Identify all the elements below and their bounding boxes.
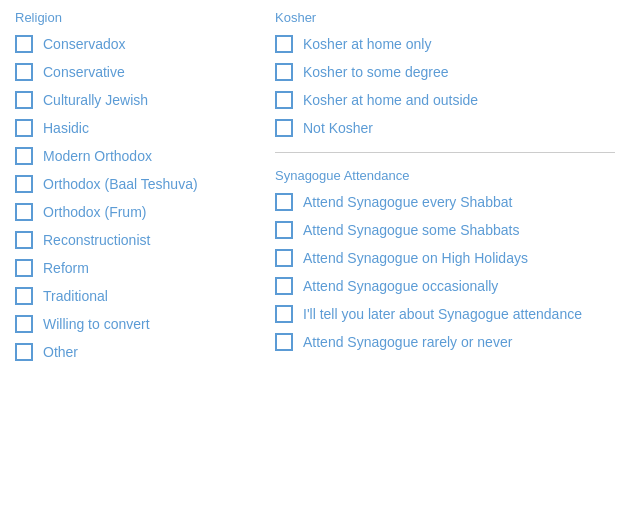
synagogue-label-1[interactable]: Attend Synagogue some Shabbats bbox=[303, 222, 519, 238]
list-item: Attend Synagogue on High Holidays bbox=[275, 249, 615, 267]
list-item: Other bbox=[15, 343, 255, 361]
kosher-title: Kosher bbox=[275, 10, 615, 25]
list-item: Attend Synagogue occasionally bbox=[275, 277, 615, 295]
religion-checkbox-7[interactable] bbox=[15, 231, 33, 249]
list-item: Orthodox (Frum) bbox=[15, 203, 255, 221]
synagogue-checkbox-0[interactable] bbox=[275, 193, 293, 211]
religion-list: ConservadoxConservativeCulturally Jewish… bbox=[15, 35, 255, 361]
religion-checkbox-2[interactable] bbox=[15, 91, 33, 109]
list-item: Kosher at home and outside bbox=[275, 91, 615, 109]
kosher-label-0[interactable]: Kosher at home only bbox=[303, 36, 431, 52]
synagogue-checkbox-4[interactable] bbox=[275, 305, 293, 323]
religion-label-5[interactable]: Orthodox (Baal Teshuva) bbox=[43, 176, 198, 192]
religion-label-1[interactable]: Conservative bbox=[43, 64, 125, 80]
synagogue-label-3[interactable]: Attend Synagogue occasionally bbox=[303, 278, 498, 294]
religion-label-10[interactable]: Willing to convert bbox=[43, 316, 150, 332]
synagogue-checkbox-5[interactable] bbox=[275, 333, 293, 351]
synagogue-checkbox-1[interactable] bbox=[275, 221, 293, 239]
list-item: Conservative bbox=[15, 63, 255, 81]
list-item: Attend Synagogue every Shabbat bbox=[275, 193, 615, 211]
religion-label-8[interactable]: Reform bbox=[43, 260, 89, 276]
synagogue-checkbox-2[interactable] bbox=[275, 249, 293, 267]
list-item: Kosher at home only bbox=[275, 35, 615, 53]
kosher-list: Kosher at home onlyKosher to some degree… bbox=[275, 35, 615, 137]
synagogue-checkbox-3[interactable] bbox=[275, 277, 293, 295]
list-item: Modern Orthodox bbox=[15, 147, 255, 165]
section-divider bbox=[275, 152, 615, 153]
religion-label-11[interactable]: Other bbox=[43, 344, 78, 360]
list-item: Kosher to some degree bbox=[275, 63, 615, 81]
religion-checkbox-5[interactable] bbox=[15, 175, 33, 193]
religion-label-9[interactable]: Traditional bbox=[43, 288, 108, 304]
list-item: I'll tell you later about Synagogue atte… bbox=[275, 305, 615, 323]
religion-label-2[interactable]: Culturally Jewish bbox=[43, 92, 148, 108]
religion-checkbox-11[interactable] bbox=[15, 343, 33, 361]
list-item: Hasidic bbox=[15, 119, 255, 137]
kosher-checkbox-2[interactable] bbox=[275, 91, 293, 109]
religion-label-6[interactable]: Orthodox (Frum) bbox=[43, 204, 146, 220]
religion-checkbox-6[interactable] bbox=[15, 203, 33, 221]
kosher-section: Kosher Kosher at home onlyKosher to some… bbox=[275, 10, 615, 137]
synagogue-section: Synagogue Attendance Attend Synagogue ev… bbox=[275, 168, 615, 351]
list-item: Orthodox (Baal Teshuva) bbox=[15, 175, 255, 193]
list-item: Attend Synagogue rarely or never bbox=[275, 333, 615, 351]
list-item: Culturally Jewish bbox=[15, 91, 255, 109]
kosher-checkbox-3[interactable] bbox=[275, 119, 293, 137]
religion-label-0[interactable]: Conservadox bbox=[43, 36, 126, 52]
kosher-label-1[interactable]: Kosher to some degree bbox=[303, 64, 449, 80]
kosher-label-2[interactable]: Kosher at home and outside bbox=[303, 92, 478, 108]
list-item: Reform bbox=[15, 259, 255, 277]
religion-label-3[interactable]: Hasidic bbox=[43, 120, 89, 136]
kosher-checkbox-1[interactable] bbox=[275, 63, 293, 81]
list-item: Attend Synagogue some Shabbats bbox=[275, 221, 615, 239]
list-item: Conservadox bbox=[15, 35, 255, 53]
synagogue-label-4[interactable]: I'll tell you later about Synagogue atte… bbox=[303, 306, 582, 322]
religion-label-7[interactable]: Reconstructionist bbox=[43, 232, 150, 248]
religion-title: Religion bbox=[15, 10, 255, 25]
right-column: Kosher Kosher at home onlyKosher to some… bbox=[275, 10, 615, 371]
main-layout: Religion ConservadoxConservativeCultural… bbox=[15, 10, 615, 371]
religion-checkbox-9[interactable] bbox=[15, 287, 33, 305]
synagogue-label-5[interactable]: Attend Synagogue rarely or never bbox=[303, 334, 512, 350]
religion-checkbox-0[interactable] bbox=[15, 35, 33, 53]
religion-label-4[interactable]: Modern Orthodox bbox=[43, 148, 152, 164]
list-item: Not Kosher bbox=[275, 119, 615, 137]
synagogue-label-2[interactable]: Attend Synagogue on High Holidays bbox=[303, 250, 528, 266]
religion-column: Religion ConservadoxConservativeCultural… bbox=[15, 10, 255, 371]
religion-checkbox-3[interactable] bbox=[15, 119, 33, 137]
list-item: Willing to convert bbox=[15, 315, 255, 333]
kosher-checkbox-0[interactable] bbox=[275, 35, 293, 53]
kosher-label-3[interactable]: Not Kosher bbox=[303, 120, 373, 136]
religion-checkbox-8[interactable] bbox=[15, 259, 33, 277]
religion-checkbox-4[interactable] bbox=[15, 147, 33, 165]
list-item: Traditional bbox=[15, 287, 255, 305]
religion-checkbox-10[interactable] bbox=[15, 315, 33, 333]
religion-checkbox-1[interactable] bbox=[15, 63, 33, 81]
synagogue-list: Attend Synagogue every ShabbatAttend Syn… bbox=[275, 193, 615, 351]
synagogue-title: Synagogue Attendance bbox=[275, 168, 615, 183]
list-item: Reconstructionist bbox=[15, 231, 255, 249]
synagogue-label-0[interactable]: Attend Synagogue every Shabbat bbox=[303, 194, 512, 210]
